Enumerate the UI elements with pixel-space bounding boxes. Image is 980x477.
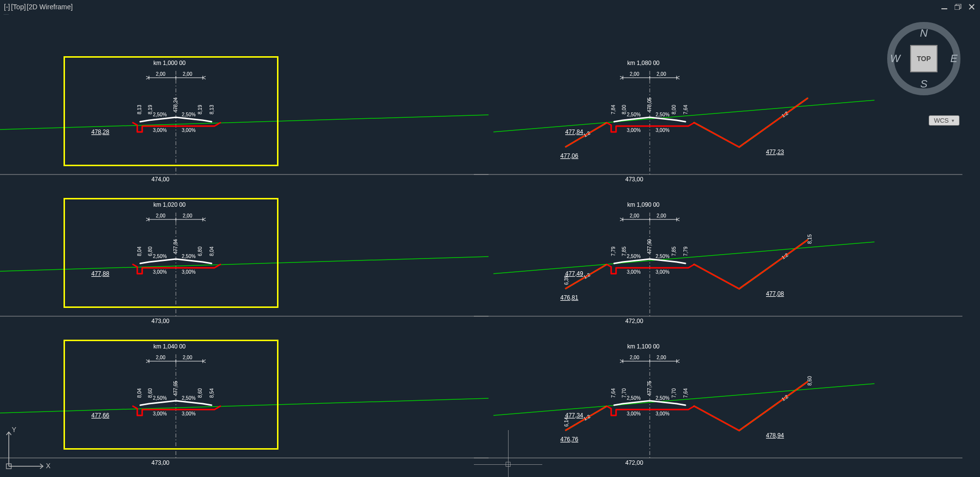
svg-text:3,00%: 3,00% bbox=[153, 411, 167, 416]
svg-text:km  1,020  00: km 1,020 00 bbox=[153, 201, 186, 208]
svg-text:472,00: 472,00 bbox=[625, 318, 643, 325]
viewcube-south[interactable]: S bbox=[920, 78, 928, 90]
svg-text:477,84: 477,84 bbox=[173, 239, 178, 254]
viewport-toggle[interactable]: [-] bbox=[4, 3, 10, 11]
svg-text:477,08: 477,08 bbox=[766, 290, 784, 297]
svg-text:472,00: 472,00 bbox=[625, 459, 643, 466]
svg-text:2,00: 2,00 bbox=[630, 71, 639, 77]
svg-text:477,84: 477,84 bbox=[565, 129, 583, 135]
viewcube-north[interactable]: N bbox=[920, 27, 928, 40]
viewport-visual-style[interactable]: [2D Wireframe] bbox=[27, 3, 73, 11]
svg-text:3,00%: 3,00% bbox=[182, 411, 195, 416]
close-button[interactable] bbox=[967, 3, 976, 10]
svg-rect-0 bbox=[941, 8, 947, 9]
svg-text:2,50%: 2,50% bbox=[182, 395, 195, 401]
svg-text:477,88: 477,88 bbox=[91, 270, 109, 277]
svg-text:8,04: 8,04 bbox=[209, 246, 214, 256]
svg-text:8,15: 8,15 bbox=[807, 234, 812, 244]
svg-text:2,00: 2,00 bbox=[657, 213, 666, 218]
svg-text:8,04: 8,04 bbox=[137, 388, 142, 398]
svg-text:km  1,100  00: km 1,100 00 bbox=[627, 343, 660, 350]
wcs-label: WCS bbox=[934, 117, 949, 124]
cross-section[interactable]: 474,00km 1,000 002,002,002,50%2,50%3,00%… bbox=[0, 42, 489, 188]
svg-text:2,00: 2,00 bbox=[183, 71, 192, 77]
svg-text:km  1,040  00: km 1,040 00 bbox=[153, 343, 186, 350]
svg-text:2,50%: 2,50% bbox=[656, 254, 669, 259]
svg-text:7,79: 7,79 bbox=[611, 246, 616, 256]
svg-text:2,00: 2,00 bbox=[183, 213, 192, 218]
svg-text:2,50%: 2,50% bbox=[627, 112, 640, 117]
svg-text:477,34: 477,34 bbox=[565, 412, 583, 419]
viewcube-west[interactable]: W bbox=[890, 52, 900, 65]
svg-text:2,50%: 2,50% bbox=[627, 395, 640, 401]
viewcube[interactable]: TOP N S W E bbox=[882, 17, 965, 100]
svg-text:477,49: 477,49 bbox=[565, 270, 583, 277]
svg-text:8,00: 8,00 bbox=[671, 105, 677, 114]
svg-text:2,00: 2,00 bbox=[156, 71, 166, 77]
svg-text:2,50%: 2,50% bbox=[656, 395, 669, 401]
viewport-header: [-] [Top] [2D Wireframe] bbox=[0, 0, 980, 14]
svg-text:7,84: 7,84 bbox=[611, 105, 616, 114]
svg-text:2,00: 2,00 bbox=[657, 71, 666, 77]
cross-section[interactable]: 473,00km 1,020 002,002,002,50%2,50%3,00%… bbox=[0, 183, 489, 330]
svg-text:8,04: 8,04 bbox=[137, 246, 142, 256]
svg-text:2,50%: 2,50% bbox=[153, 254, 167, 259]
svg-text:477,75: 477,75 bbox=[647, 381, 652, 396]
svg-text:8,60: 8,60 bbox=[807, 376, 812, 386]
svg-text:2,50%: 2,50% bbox=[153, 112, 167, 117]
svg-text:3,00%: 3,00% bbox=[656, 411, 669, 416]
svg-text:7,64: 7,64 bbox=[683, 105, 688, 114]
svg-line-54 bbox=[0, 398, 489, 413]
cross-section[interactable]: 472,001:21:2476,76478,946,148,60km 1,100… bbox=[474, 325, 962, 472]
svg-text:3,00%: 3,00% bbox=[656, 269, 669, 275]
svg-text:7,85: 7,85 bbox=[621, 246, 627, 256]
svg-text:2,00: 2,00 bbox=[156, 213, 166, 218]
svg-line-32 bbox=[0, 257, 489, 271]
svg-text:3,00%: 3,00% bbox=[627, 411, 640, 416]
cross-section[interactable]: 473,00km 1,040 002,002,002,50%2,50%3,00%… bbox=[0, 325, 489, 472]
svg-text:8,13: 8,13 bbox=[209, 105, 214, 114]
svg-text:2,00: 2,00 bbox=[183, 355, 192, 360]
svg-text:477,23: 477,23 bbox=[766, 149, 784, 155]
drawing-canvas[interactable]: 474,00km 1,000 002,002,002,50%2,50%3,00%… bbox=[0, 15, 980, 477]
svg-text:477,06: 477,06 bbox=[560, 152, 578, 159]
svg-text:3,00%: 3,00% bbox=[182, 269, 195, 275]
svg-text:2,00: 2,00 bbox=[630, 355, 639, 360]
svg-rect-2 bbox=[955, 5, 959, 10]
svg-text:3,00%: 3,00% bbox=[153, 269, 167, 275]
wcs-selector[interactable]: WCS bbox=[929, 115, 959, 126]
svg-line-10 bbox=[0, 115, 489, 130]
viewcube-east[interactable]: E bbox=[950, 52, 958, 65]
svg-text:478,28: 478,28 bbox=[91, 129, 109, 135]
svg-text:8,60: 8,60 bbox=[148, 388, 153, 398]
svg-text:3,00%: 3,00% bbox=[627, 128, 640, 133]
svg-text:8,13: 8,13 bbox=[137, 105, 142, 114]
svg-text:2,50%: 2,50% bbox=[656, 112, 669, 117]
svg-text:473,00: 473,00 bbox=[151, 459, 170, 466]
svg-text:476,76: 476,76 bbox=[560, 436, 578, 443]
cross-section[interactable]: 472,001:21:2476,81477,086,398,15km 1,090… bbox=[474, 183, 962, 330]
svg-text:473,00: 473,00 bbox=[151, 318, 170, 325]
svg-text:8,00: 8,00 bbox=[621, 105, 627, 114]
svg-text:8,19: 8,19 bbox=[197, 105, 203, 114]
svg-text:7,64: 7,64 bbox=[683, 388, 688, 398]
svg-text:477,65: 477,65 bbox=[173, 381, 178, 396]
svg-text:3,00%: 3,00% bbox=[153, 128, 167, 133]
svg-text:8,60: 8,60 bbox=[197, 388, 203, 398]
svg-text:478,05: 478,05 bbox=[647, 97, 652, 112]
svg-text:6,80: 6,80 bbox=[148, 246, 153, 256]
minimize-button[interactable] bbox=[940, 3, 949, 10]
svg-text:6,80: 6,80 bbox=[197, 246, 203, 256]
maximize-button[interactable] bbox=[954, 3, 962, 10]
svg-text:8,19: 8,19 bbox=[148, 105, 153, 114]
svg-text:km  1,000  00: km 1,000 00 bbox=[153, 60, 186, 66]
svg-text:474,00: 474,00 bbox=[151, 176, 170, 183]
viewport-orientation[interactable]: [Top] bbox=[11, 3, 25, 11]
svg-text:478,24: 478,24 bbox=[173, 97, 178, 112]
viewcube-face-top[interactable]: TOP bbox=[910, 45, 937, 72]
svg-text:2,50%: 2,50% bbox=[182, 254, 195, 259]
svg-text:2,00: 2,00 bbox=[657, 355, 666, 360]
svg-text:2,00: 2,00 bbox=[630, 213, 639, 218]
svg-text:3,00%: 3,00% bbox=[656, 128, 669, 133]
svg-text:476,81: 476,81 bbox=[560, 294, 578, 301]
